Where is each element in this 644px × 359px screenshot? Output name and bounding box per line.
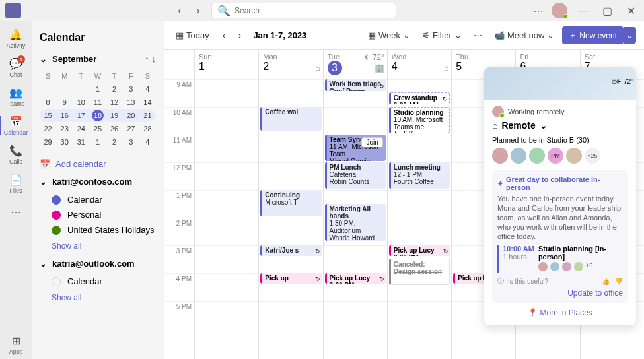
mini-cal-day[interactable]: 10 bbox=[73, 96, 89, 109]
avatar[interactable] bbox=[511, 148, 526, 164]
mini-cal-day[interactable]: 2 bbox=[106, 135, 123, 148]
calendar-event[interactable]: ContinuingMicrosoft T bbox=[260, 190, 321, 216]
mini-cal-day[interactable]: 17 bbox=[73, 109, 89, 122]
thumbs-down-icon[interactable]: 👎 bbox=[615, 278, 623, 285]
mini-cal-day[interactable]: 28 bbox=[139, 122, 156, 135]
join-button[interactable]: Join bbox=[361, 137, 382, 147]
avatar[interactable] bbox=[492, 148, 508, 164]
filter-button[interactable]: ⚟Filter ⌄ bbox=[418, 28, 466, 43]
close-button[interactable]: ✕ bbox=[623, 3, 639, 18]
account-header[interactable]: ⌄katria@outlook.com bbox=[40, 259, 156, 269]
mini-cal-day[interactable] bbox=[73, 82, 89, 96]
mini-cal-day[interactable]: 25 bbox=[89, 122, 106, 135]
day-column[interactable]: Wed4⌂Crew standup 9:30 AM,↻Studio planni… bbox=[387, 50, 451, 359]
calendar-event[interactable]: Pick up↻ bbox=[260, 273, 321, 284]
rail-chat[interactable]: 💬Chat1 bbox=[0, 53, 32, 82]
calendar-event[interactable]: Lunch meeting12 - 1 PMFourth Coffee bbox=[389, 162, 450, 189]
toolbar-more[interactable]: ⋯ bbox=[470, 28, 486, 43]
mini-cal-day[interactable]: 12 bbox=[106, 96, 123, 109]
maximize-button[interactable]: ▢ bbox=[599, 3, 615, 18]
chevron-down-icon[interactable]: ⌄ bbox=[40, 54, 47, 64]
mini-cal-day[interactable]: 30 bbox=[56, 135, 73, 148]
mini-cal-day[interactable]: 9 bbox=[56, 96, 73, 109]
search-box[interactable]: 🔍 bbox=[211, 3, 396, 18]
calendar-event[interactable]: Canceled: Design session bbox=[389, 259, 450, 285]
avatar[interactable] bbox=[529, 148, 545, 164]
mini-cal-day[interactable]: 3 bbox=[123, 135, 139, 148]
mini-cal-day[interactable]: 19 bbox=[106, 109, 123, 122]
mini-cal-day[interactable]: 1 bbox=[89, 82, 106, 96]
show-all-link[interactable]: Show all bbox=[40, 242, 156, 251]
mini-calendar[interactable]: SMTWTFS 12348910111213141516171819202122… bbox=[40, 69, 156, 148]
mini-cal-day[interactable]: 8 bbox=[40, 96, 56, 109]
rail-activity[interactable]: 🔔Activity bbox=[0, 24, 32, 53]
mini-cal-day[interactable]: 15 bbox=[40, 109, 56, 122]
search-input[interactable] bbox=[234, 6, 390, 15]
day-column[interactable]: Tue3☀ 72°🏢Work item triage, Conf Room↻Te… bbox=[323, 50, 387, 359]
calendar-event[interactable]: Katri/Joe s↻ bbox=[260, 245, 321, 256]
location-selector[interactable]: ⌂Remote⌄ bbox=[492, 120, 628, 131]
mini-cal-day[interactable]: 16 bbox=[56, 109, 73, 122]
mini-cal-day[interactable]: 31 bbox=[73, 135, 89, 148]
mini-cal-day[interactable]: 14 bbox=[139, 96, 156, 109]
mini-cal-day[interactable]: 27 bbox=[123, 122, 139, 135]
mini-cal-day[interactable]: 21 bbox=[139, 109, 156, 122]
avatar[interactable] bbox=[566, 148, 582, 164]
avatar-more[interactable]: +25 bbox=[585, 148, 600, 164]
mini-cal-day[interactable]: 2 bbox=[106, 82, 123, 96]
new-event-drop[interactable]: ⌄ bbox=[624, 27, 636, 44]
calendar-item[interactable]: United States Holidays bbox=[40, 222, 156, 238]
calendar-event[interactable]: Pick up Lucy 3:30 PM↻ bbox=[325, 273, 386, 284]
rail-calls[interactable]: 📞Calls bbox=[0, 140, 32, 169]
mini-cal-day[interactable]: 13 bbox=[123, 96, 139, 109]
mini-cal-day[interactable]: 23 bbox=[56, 122, 73, 135]
rail-more[interactable]: ⋯ bbox=[0, 198, 32, 227]
mini-cal-day[interactable]: 24 bbox=[73, 122, 89, 135]
mini-cal-day[interactable]: 22 bbox=[40, 122, 56, 135]
mini-cal-day[interactable]: 26 bbox=[106, 122, 123, 135]
rail-files[interactable]: 📄Files bbox=[0, 169, 32, 198]
mini-cal-day[interactable]: 4 bbox=[139, 135, 156, 148]
calendar-event[interactable]: Studio planning10 AM, Microsoft Teams me… bbox=[389, 107, 450, 133]
calendar-event[interactable]: Coffee wal bbox=[260, 107, 321, 131]
minimize-button[interactable]: — bbox=[575, 3, 591, 18]
mini-cal-day[interactable]: 29 bbox=[40, 135, 56, 148]
mini-cal-day[interactable]: 11 bbox=[89, 96, 106, 109]
calendar-event[interactable]: Crew standup 9:30 AM,↻ bbox=[389, 92, 450, 104]
thumbs-up-icon[interactable]: 👍 bbox=[602, 278, 610, 285]
range-prev[interactable]: ‹ bbox=[219, 28, 229, 43]
day-column[interactable]: Sun1 bbox=[194, 50, 258, 359]
range-next[interactable]: › bbox=[234, 28, 245, 43]
calendar-event[interactable]: Pick up Lucy 3:30 PM↻ bbox=[389, 245, 450, 256]
rail-calendar[interactable]: 📅Calendar bbox=[0, 111, 32, 140]
nav-forward[interactable]: › bbox=[190, 3, 206, 18]
more-icon[interactable]: ⋯ bbox=[533, 5, 544, 17]
new-event-button[interactable]: ＋New event bbox=[562, 26, 624, 44]
account-header[interactable]: ⌄katri@contoso.com bbox=[40, 177, 156, 187]
calendar-event[interactable]: Work item triage, Conf Room↻ bbox=[325, 79, 386, 91]
calendar-event[interactable]: Team Sync11 AM, Microsoft TeamMiguel Gar… bbox=[325, 135, 386, 161]
day-column[interactable]: Mon2⌂Coffee walContinuingMicrosoft TKatr… bbox=[258, 50, 322, 359]
month-next[interactable]: ↓ bbox=[152, 54, 157, 64]
meet-now-button[interactable]: 📹Meet now ⌄ bbox=[490, 28, 558, 43]
nav-back[interactable]: ‹ bbox=[172, 3, 188, 18]
mini-cal-day[interactable]: 20 bbox=[123, 109, 139, 122]
today-button[interactable]: ▦Today bbox=[172, 28, 213, 43]
view-week[interactable]: ▦Week ⌄ bbox=[364, 28, 414, 43]
mini-cal-day[interactable]: 3 bbox=[123, 82, 139, 96]
mini-cal-day[interactable]: 1 bbox=[89, 135, 106, 148]
calendar-item[interactable]: Personal bbox=[40, 207, 156, 222]
avatar[interactable]: PM bbox=[548, 148, 563, 164]
user-avatar[interactable] bbox=[552, 3, 567, 18]
calendar-event[interactable]: PM LunchCafeteriaRobin Counts bbox=[325, 162, 386, 189]
rail-teams[interactable]: 👥Teams bbox=[0, 82, 32, 111]
more-places-link[interactable]: 📍 More in Places bbox=[492, 308, 628, 317]
rail-apps[interactable]: ⊞Apps bbox=[0, 330, 32, 359]
mini-cal-day[interactable] bbox=[40, 82, 56, 96]
show-all-link[interactable]: Show all bbox=[40, 293, 156, 302]
calendar-event[interactable]: Marketing All hands1:30 PM, AuditoriumWa… bbox=[325, 204, 386, 241]
add-calendar[interactable]: 📅Add calendar bbox=[40, 159, 156, 169]
calendar-item[interactable]: Calendar bbox=[40, 274, 156, 289]
month-prev[interactable]: ↑ bbox=[145, 54, 149, 64]
mini-cal-day[interactable] bbox=[56, 82, 73, 96]
